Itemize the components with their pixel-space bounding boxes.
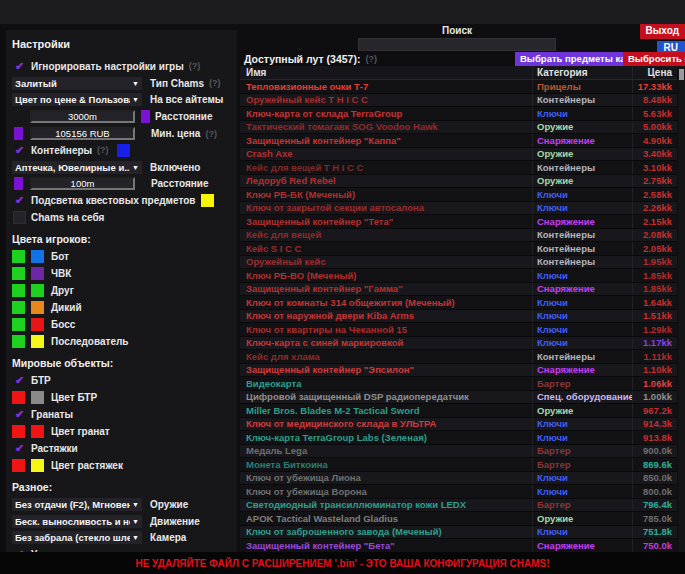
loot-table-row[interactable]: Защищенный контейнер "Каппа" Снаряжение … bbox=[240, 134, 677, 148]
color-swatch[interactable] bbox=[12, 459, 25, 472]
loot-table-row[interactable]: APOK Tactical Wasteland Gladius Оружие 7… bbox=[240, 512, 677, 526]
color-swatch[interactable] bbox=[12, 267, 25, 280]
loot-table-row[interactable]: Ключ РБ-ВО (Меченый) Ключи 1.85kk bbox=[240, 269, 677, 283]
color-swatch[interactable] bbox=[31, 425, 44, 438]
setting-ignore-game[interactable]: ✔ Игнорировать настройки игры (?) bbox=[10, 58, 235, 75]
drop-all-button[interactable]: Выбросить все bbox=[623, 52, 685, 66]
checkbox-checked-icon[interactable]: ✔ bbox=[13, 60, 26, 73]
loot-table-row[interactable]: Ключ-карта от склада TerraGroup Ключи 5.… bbox=[240, 107, 677, 121]
column-header-category[interactable]: Категория bbox=[532, 66, 632, 79]
hint-icon[interactable]: (?) bbox=[365, 54, 377, 64]
checkbox-checked-icon[interactable]: ✔ bbox=[13, 442, 26, 455]
setting-quest-highlight[interactable]: ✔ Подсветка квестовых предметов bbox=[10, 192, 235, 209]
loot-table-row[interactable]: Ключ от комнаты 314 общежития (Меченый) … bbox=[240, 296, 677, 310]
color-swatch[interactable] bbox=[12, 284, 25, 297]
loot-table-row[interactable]: Ключ от заброшенного завода (Меченый) Кл… bbox=[240, 526, 677, 540]
loot-table-row[interactable]: Монета Биткоина Бартер 869.6k bbox=[240, 458, 677, 472]
loot-table-row[interactable]: Светодиодный трансиллюминатор кожи LEDX … bbox=[240, 499, 677, 513]
loot-table-row[interactable]: Ключ-карта с синей маркировкой Ключи 1.1… bbox=[240, 337, 677, 351]
loot-item-name: Ключ от заброшенного завода (Меченый) bbox=[240, 526, 532, 537]
color-swatch[interactable] bbox=[31, 284, 44, 297]
weapon-dropdown[interactable]: Без отдачи (F2), Мгновенное п ▼ bbox=[12, 498, 142, 511]
table-scrollbar[interactable] bbox=[678, 66, 685, 552]
loot-table-row[interactable]: Защищенный контейнер "Эпсилон" Снаряжени… bbox=[240, 364, 677, 378]
loot-table-row[interactable]: Ключ от убежища Лиона Ключи 850.0k bbox=[240, 472, 677, 486]
loot-table-row[interactable]: Ключ от наружной двери Kiba Arms Ключи 1… bbox=[240, 310, 677, 324]
color-swatch[interactable] bbox=[117, 144, 130, 157]
chams-type-dropdown[interactable]: Залитый ▼ bbox=[12, 77, 142, 90]
checkbox-unchecked-icon[interactable] bbox=[13, 211, 26, 224]
loot-table-row[interactable]: Кейс для вещей Контейнеры 2.08kk bbox=[240, 229, 677, 243]
setting-tripwires[interactable]: ✔ Растяжки bbox=[10, 440, 235, 457]
apply-mode-dropdown[interactable]: Цвет по цене & Пользователь ▼ bbox=[12, 93, 142, 106]
camera-dropdown[interactable]: Без забрала (стекло шлема) ▼ bbox=[12, 531, 142, 544]
setting-label: Цвет гранат bbox=[51, 426, 110, 437]
movement-dropdown[interactable]: Беск. выносливость и нет уста ▼ bbox=[12, 515, 142, 528]
color-swatch[interactable] bbox=[31, 267, 44, 280]
color-swatch[interactable] bbox=[31, 301, 44, 314]
loot-table-row[interactable]: Ключ от закрытой секции автосалона Ключи… bbox=[240, 202, 677, 216]
color-swatch[interactable] bbox=[12, 301, 25, 314]
setting-btr[interactable]: ✔ БТР bbox=[10, 372, 235, 389]
loot-table-row[interactable]: Тепловизионные очки Т-7 Прицелы 17.33kk bbox=[240, 80, 677, 94]
loot-item-name: Защищенный контейнер "Эпсилон" bbox=[240, 364, 532, 375]
containers-filter-dropdown[interactable]: Аптечка, Ювелирные и... ▼ bbox=[12, 161, 142, 174]
loot-table-row[interactable]: Цифровой защищенный DSP радиопередатчик … bbox=[240, 391, 677, 405]
loot-table-row[interactable]: Miller Bros. Blades M-2 Tactical Sword О… bbox=[240, 404, 677, 418]
loot-table-row[interactable]: Кейс для вещей T H I C C Контейнеры 3.10… bbox=[240, 161, 677, 175]
color-swatch[interactable] bbox=[201, 194, 214, 207]
loot-table-row[interactable]: Ключ РБ-БК (Меченый) Ключи 2.58kk bbox=[240, 188, 677, 202]
color-swatch[interactable] bbox=[31, 318, 44, 331]
color-swatch[interactable] bbox=[31, 391, 44, 404]
loot-table-row[interactable]: Медаль Lega Бартер 900.0k bbox=[240, 445, 677, 459]
loot-table-row[interactable]: Видеокарта Бартер 1.06kk bbox=[240, 377, 677, 391]
loot-table-row[interactable]: Ключ от квартиры на Чеканной 15 Ключи 1.… bbox=[240, 323, 677, 337]
min-price-input[interactable] bbox=[30, 127, 135, 140]
hint-icon[interactable]: (?) bbox=[189, 61, 201, 71]
loot-table-row[interactable]: Защищенный контейнер "Тета" Снаряжение 2… bbox=[240, 215, 677, 229]
color-swatch[interactable] bbox=[31, 335, 44, 348]
loot-table-row[interactable]: Ключ от медицинского склада в УЛЬТРА Клю… bbox=[240, 418, 677, 432]
table-scrollbar-thumb[interactable] bbox=[679, 69, 684, 80]
color-swatch[interactable] bbox=[31, 250, 44, 263]
setting-containers[interactable]: ✔ Контейнеры (?) bbox=[10, 142, 235, 159]
checkbox-checked-icon[interactable]: ✔ bbox=[13, 374, 26, 387]
hint-icon[interactable]: (?) bbox=[209, 78, 221, 88]
color-swatch[interactable] bbox=[31, 459, 44, 472]
loot-table-row[interactable]: Защищенный контейнер "Гамма" Снаряжение … bbox=[240, 283, 677, 297]
hint-icon[interactable]: (?) bbox=[97, 145, 109, 155]
setting-self-chams[interactable]: Chams на себя bbox=[10, 209, 235, 226]
color-swatch[interactable] bbox=[14, 177, 23, 190]
checkbox-checked-icon[interactable]: ✔ bbox=[13, 144, 26, 157]
loot-table-row[interactable]: Ледоруб Red Rebel Оружие 2.75kk bbox=[240, 175, 677, 189]
color-swatch[interactable] bbox=[12, 391, 25, 404]
checkbox-checked-icon[interactable]: ✔ bbox=[13, 194, 26, 207]
exit-button[interactable]: Выход bbox=[640, 24, 685, 39]
column-header-price[interactable]: Цена bbox=[632, 66, 677, 79]
loot-table-row[interactable]: Ключ от убежища Ворона Ключи 800.0k bbox=[240, 485, 677, 499]
loot-item-price: 796.4k bbox=[632, 499, 677, 512]
loot-table-row[interactable]: Защищенный контейнер "Бета" Снаряжение 7… bbox=[240, 539, 677, 552]
column-header-name[interactable]: Имя bbox=[240, 67, 532, 78]
setting-grenades[interactable]: ✔ Гранаты bbox=[10, 406, 235, 423]
color-swatch[interactable] bbox=[12, 318, 25, 331]
loot-table-row[interactable]: Кейс S I C C Контейнеры 2.05kk bbox=[240, 242, 677, 256]
distance-input[interactable] bbox=[30, 110, 135, 123]
color-swatch[interactable] bbox=[14, 127, 23, 140]
loot-table-row[interactable]: Оружейный кейс Контейнеры 1.95kk bbox=[240, 256, 677, 270]
containers-distance-input[interactable] bbox=[30, 177, 135, 190]
color-swatch[interactable] bbox=[141, 110, 150, 123]
search-input[interactable] bbox=[358, 38, 556, 51]
loot-table-row[interactable]: Оружейный кейс T H I C C Контейнеры 8.48… bbox=[240, 94, 677, 108]
loot-item-category: Снаряжение bbox=[532, 134, 632, 147]
checkbox-checked-icon[interactable]: ✔ bbox=[13, 408, 26, 421]
loot-item-name: Кейс для вещей bbox=[240, 229, 532, 240]
loot-table-row[interactable]: Кейс для хлама Контейнеры 1.11kk bbox=[240, 350, 677, 364]
loot-table-row[interactable]: Ключ-карта TerraGroup Labs (Зеленая) Клю… bbox=[240, 431, 677, 445]
color-swatch[interactable] bbox=[12, 425, 25, 438]
color-swatch[interactable] bbox=[12, 250, 25, 263]
loot-table-row[interactable]: Тактический томагавк SOG Voodoo Hawk Ору… bbox=[240, 121, 677, 135]
color-swatch[interactable] bbox=[12, 335, 25, 348]
loot-table-row[interactable]: Crash Axe Оружие 3.40kk bbox=[240, 148, 677, 162]
hint-icon[interactable]: (?) bbox=[205, 129, 217, 139]
